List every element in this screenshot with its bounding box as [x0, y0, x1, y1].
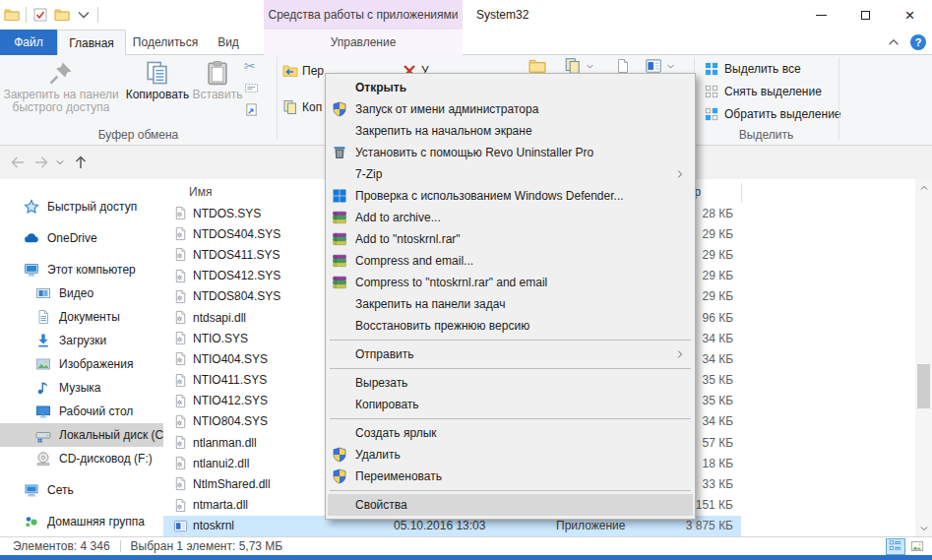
- system-file-icon: [173, 435, 188, 450]
- menu-item[interactable]: Вырезать: [328, 372, 693, 394]
- contextual-tab-group-header: Средства работы с приложениями: [264, 0, 463, 30]
- menu-item[interactable]: Создать ярлык: [328, 422, 693, 444]
- sidebar-item[interactable]: Этот компьютер: [0, 258, 163, 281]
- menu-item[interactable]: Установить с помощью Revo Uninstaller Pr…: [328, 142, 693, 163]
- deselect-all-button[interactable]: Снять выделение: [705, 82, 822, 101]
- file-name: NtlmShared.dll: [193, 477, 271, 491]
- copy-path-icon[interactable]: [244, 81, 259, 95]
- file-name: NTDOS404.SYS: [193, 227, 280, 241]
- sidebar-item[interactable]: Домашняя группа: [0, 510, 163, 533]
- close-icon: ×: [905, 7, 915, 24]
- defender-icon: [332, 188, 355, 204]
- paste-button[interactable]: Вставить: [193, 57, 242, 126]
- sidebar-item[interactable]: Загрузки: [0, 329, 163, 352]
- menu-item[interactable]: Копировать: [328, 394, 693, 415]
- uac-icon: [332, 468, 355, 484]
- sidebar-item[interactable]: Локальный диск (C: [0, 423, 163, 447]
- menu-item-label: Свойства: [355, 498, 407, 512]
- scroll-up-button[interactable]: [915, 179, 932, 196]
- menu-item[interactable]: Запуск от имени администратора: [328, 98, 693, 120]
- close-button[interactable]: ×: [888, 0, 932, 30]
- defender-icon: [332, 188, 347, 204]
- winrar-icon: [332, 275, 347, 290]
- menu-item[interactable]: Compress to "ntoskrnl.rar" and email: [328, 272, 693, 293]
- menu-item[interactable]: Проверка с использованием Windows Defend…: [328, 185, 693, 207]
- copy-to-button[interactable]: Коп: [282, 99, 322, 115]
- tab-file[interactable]: Файл: [0, 30, 57, 55]
- select-all-icon: [705, 62, 718, 76]
- items-count: Элементов: 4 346: [13, 539, 110, 553]
- column-header-name[interactable]: Имя: [189, 185, 212, 199]
- uac-icon: [332, 447, 355, 463]
- help-icon[interactable]: ?: [910, 34, 926, 50]
- scrollbar-thumb[interactable]: [917, 364, 930, 408]
- scroll-down-button[interactable]: [915, 520, 932, 536]
- system-file-icon: [173, 498, 188, 513]
- new-folder-quick-icon[interactable]: [54, 7, 70, 23]
- collapse-ribbon-icon[interactable]: [887, 35, 901, 49]
- menu-item[interactable]: Закрепить на начальном экране: [328, 120, 693, 142]
- sidebar-item[interactable]: Изображения: [0, 352, 163, 376]
- sidebar-item[interactable]: CD-дисковод (F:): [0, 447, 163, 470]
- vertical-scrollbar[interactable]: [915, 179, 932, 536]
- copy-button[interactable]: Копировать: [122, 57, 193, 126]
- customize-toolbar-chevron-icon[interactable]: [76, 7, 92, 23]
- sidebar-item[interactable]: Музыка: [0, 376, 163, 400]
- tab-view[interactable]: Вид: [205, 30, 252, 55]
- recent-locations-button[interactable]: [53, 154, 67, 171]
- menu-icon-spacer: [332, 123, 355, 139]
- minimize-button[interactable]: [799, 0, 843, 30]
- menu-item[interactable]: Открыть: [328, 77, 693, 98]
- menu-item[interactable]: Compress and email...: [328, 250, 693, 272]
- file-name: NTIO404.SYS: [193, 352, 268, 366]
- maximize-button[interactable]: [843, 0, 888, 30]
- forward-button[interactable]: [31, 154, 51, 171]
- up-button[interactable]: [71, 154, 91, 171]
- back-button[interactable]: [8, 154, 28, 171]
- menu-item[interactable]: Add to archive...: [328, 207, 693, 228]
- context-menu: ОткрытьЗапуск от имени администратораЗак…: [325, 73, 696, 520]
- sidebar-item[interactable]: Рабочий стол: [0, 400, 163, 423]
- properties-quick-icon[interactable]: [32, 7, 48, 23]
- window-controls: ×: [799, 0, 932, 30]
- homegroup-icon: [24, 514, 39, 529]
- menu-item[interactable]: Закрепить на панели задач: [328, 293, 693, 315]
- menu-icon-spacer: [332, 425, 355, 441]
- sidebar-item[interactable]: Документы: [0, 305, 163, 329]
- menu-icon-spacer: [332, 296, 355, 312]
- menu-item-label: Восстановить прежнюю версию: [355, 319, 529, 333]
- menu-item[interactable]: Переименовать: [328, 466, 693, 487]
- menu-item-label: Отправить: [355, 347, 414, 361]
- thumbnails-view-button[interactable]: [907, 538, 927, 555]
- details-view-button[interactable]: [886, 538, 905, 555]
- paste-shortcut-icon[interactable]: [244, 102, 259, 117]
- pin-to-quick-access-button[interactable]: Закрепить на панели быстрого доступа: [0, 57, 122, 126]
- menu-item[interactable]: Отправить: [328, 343, 693, 365]
- file-name: NTDOS804.SYS: [193, 289, 280, 303]
- quick-access-toolbar: [4, 0, 98, 30]
- menu-item[interactable]: Восстановить прежнюю версию: [328, 315, 693, 337]
- music-icon: [35, 380, 51, 396]
- tab-home[interactable]: Главная: [57, 30, 126, 55]
- ribbon-separator: [277, 57, 278, 140]
- tab-share[interactable]: Поделиться: [126, 30, 205, 55]
- menu-item[interactable]: Add to "ntoskrnl.rar": [328, 228, 693, 250]
- cut-icon[interactable]: ✂: [244, 59, 259, 74]
- menu-item[interactable]: 7-Zip: [328, 163, 693, 185]
- cd-icon: [35, 451, 51, 467]
- sidebar-item[interactable]: Видео: [0, 281, 163, 305]
- sidebar-item[interactable]: OneDrive: [0, 226, 163, 250]
- revo-icon: [332, 145, 355, 160]
- file-name: ntlanman.dll: [193, 436, 257, 450]
- menu-item[interactable]: Свойства: [328, 494, 693, 516]
- move-to-button[interactable]: Пер: [282, 63, 324, 79]
- cloud-icon: [24, 230, 39, 246]
- select-all-button[interactable]: Выделить все: [705, 59, 801, 79]
- explorer-icon[interactable]: [4, 7, 20, 23]
- file-name: ntoskrnl: [193, 519, 234, 532]
- menu-item[interactable]: Удалить: [328, 444, 693, 466]
- sidebar-item[interactable]: Сеть: [0, 478, 163, 502]
- sidebar-item[interactable]: Быстрый доступ: [0, 195, 163, 218]
- invert-selection-button[interactable]: Обратить выделение: [705, 104, 841, 124]
- tab-manage[interactable]: Управление: [264, 30, 463, 55]
